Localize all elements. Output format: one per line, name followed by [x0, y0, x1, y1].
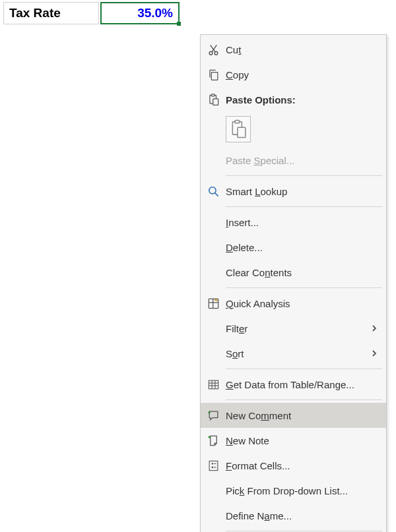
- svg-rect-10: [238, 127, 246, 137]
- menu-filter[interactable]: Filter: [201, 316, 386, 341]
- menu-copy-label: Copy: [226, 69, 381, 80]
- chevron-right-icon: [368, 350, 381, 357]
- menu-smart-lookup[interactable]: Smart Lookup: [201, 179, 386, 204]
- menu-paste-special: Paste Special...: [201, 148, 386, 173]
- menu-separator: [226, 531, 382, 531]
- svg-rect-4: [211, 72, 218, 80]
- menu-smart-lookup-label: Smart Lookup: [226, 186, 381, 197]
- menu-new-note[interactable]: New Note: [201, 428, 386, 453]
- menu-filter-label: Filter: [226, 323, 368, 334]
- table-icon: [201, 378, 226, 391]
- svg-point-0: [209, 51, 213, 55]
- paste-icon: [201, 94, 226, 106]
- menu-new-note-label: New Note: [226, 435, 381, 446]
- menu-get-data-label: Get Data from Table/Range...: [226, 379, 381, 390]
- svg-rect-16: [209, 380, 218, 389]
- svg-point-27: [212, 467, 213, 468]
- menu-new-comment-label: New Comment: [226, 410, 381, 421]
- menu-new-comment[interactable]: New Comment: [201, 403, 386, 428]
- svg-rect-7: [213, 98, 218, 105]
- svg-point-1: [214, 51, 218, 55]
- menu-get-data[interactable]: Get Data from Table/Range...: [201, 372, 386, 397]
- comment-icon: [201, 409, 226, 422]
- menu-separator: [226, 287, 382, 288]
- menu-separator: [226, 175, 382, 176]
- menu-copy[interactable]: Copy: [201, 62, 386, 87]
- menu-delete-label: Delete...: [226, 242, 381, 253]
- menu-paste-options-label: Paste Options:: [226, 94, 381, 105]
- menu-separator: [226, 399, 382, 400]
- cell-value-selected[interactable]: 35.0%: [100, 2, 180, 24]
- cell-label[interactable]: Tax Rate: [3, 2, 99, 24]
- quick-analysis-icon: [201, 297, 226, 310]
- svg-point-26: [212, 463, 213, 464]
- menu-sort-label: Sort: [226, 348, 368, 359]
- menu-insert[interactable]: Insert...: [201, 210, 386, 235]
- context-menu: Cut Copy Paste Options:: [200, 34, 387, 532]
- copy-icon: [201, 69, 226, 81]
- menu-cut-label: Cut: [226, 44, 381, 55]
- svg-rect-6: [211, 94, 214, 96]
- menu-separator: [226, 206, 382, 207]
- menu-clear-label: Clear Contents: [226, 267, 381, 278]
- format-cells-icon: [201, 459, 226, 472]
- svg-point-11: [209, 187, 215, 193]
- menu-clear-contents[interactable]: Clear Contents: [201, 260, 386, 285]
- menu-format-cells[interactable]: Format Cells...: [201, 453, 386, 478]
- cut-icon: [201, 44, 226, 56]
- spreadsheet-cells: Tax Rate 35.0%: [3, 2, 180, 24]
- menu-cut[interactable]: Cut: [201, 37, 386, 62]
- chevron-right-icon: [368, 325, 381, 332]
- menu-delete[interactable]: Delete...: [201, 235, 386, 260]
- menu-paste-special-label: Paste Special...: [226, 155, 381, 166]
- menu-separator: [226, 369, 382, 369]
- paste-mode-default[interactable]: [201, 112, 386, 148]
- menu-define-name-label: Define Name...: [226, 510, 381, 521]
- menu-pick-dropdown[interactable]: Pick From Drop-down List...: [201, 478, 386, 503]
- menu-quick-analysis-label: Quick Analysis: [226, 298, 381, 309]
- svg-rect-25: [209, 461, 218, 470]
- menu-pick-dropdown-label: Pick From Drop-down List...: [226, 485, 381, 496]
- svg-line-12: [214, 192, 218, 196]
- menu-paste-options[interactable]: Paste Options:: [201, 87, 386, 112]
- menu-sort[interactable]: Sort: [201, 341, 386, 366]
- note-icon: [201, 434, 226, 447]
- menu-quick-analysis[interactable]: Quick Analysis: [201, 291, 386, 316]
- menu-insert-label: Insert...: [226, 217, 381, 228]
- svg-rect-9: [235, 120, 240, 123]
- menu-define-name[interactable]: Define Name...: [201, 503, 386, 528]
- search-icon: [201, 185, 226, 198]
- menu-format-cells-label: Format Cells...: [226, 460, 381, 471]
